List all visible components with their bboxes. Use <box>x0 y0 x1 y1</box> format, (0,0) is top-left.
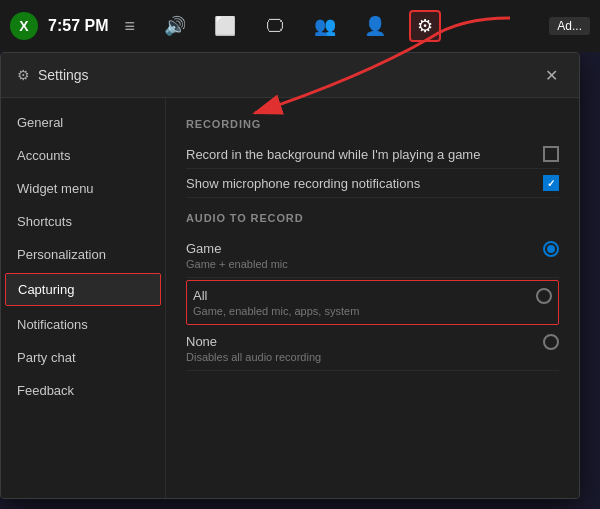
taskbar-right: Ad... <box>441 17 590 35</box>
audio-option-none-texts: None Disables all audio recording <box>186 334 321 363</box>
settings-header: ⚙ Settings ✕ <box>1 53 579 98</box>
taskbar-icons: 🔊 ⬜ 🖵 👥 👤 ⚙ <box>159 10 441 42</box>
taskbar-right-button[interactable]: Ad... <box>549 17 590 35</box>
radio-inner-game <box>547 245 555 253</box>
audio-option-game-row: Game Game + enabled mic <box>186 241 559 270</box>
audio-option-all-main: All <box>193 288 359 303</box>
capture-icon[interactable]: ⬜ <box>209 10 241 42</box>
sidebar-item-general[interactable]: General <box>1 106 165 139</box>
sidebar-item-accounts[interactable]: Accounts <box>1 139 165 172</box>
record-background-checkbox[interactable] <box>543 146 559 162</box>
taskbar-time: 7:57 PM <box>48 17 108 35</box>
record-background-row: Record in the background while I'm playi… <box>186 140 559 169</box>
display-icon[interactable]: 🖵 <box>259 10 291 42</box>
settings-sidebar: General Accounts Widget menu Shortcuts P… <box>1 98 166 498</box>
volume-icon[interactable]: 🔊 <box>159 10 191 42</box>
audio-option-none[interactable]: None Disables all audio recording <box>186 327 559 371</box>
audio-option-all[interactable]: All Game, enabled mic, apps, system <box>186 280 559 325</box>
audio-section-label: AUDIO TO RECORD <box>186 212 559 224</box>
audio-section-gap: AUDIO TO RECORD Game Game + enabled mic <box>186 212 559 371</box>
audio-option-all-sub: Game, enabled mic, apps, system <box>193 305 359 317</box>
record-background-label: Record in the background while I'm playi… <box>186 147 480 162</box>
sidebar-item-party-chat[interactable]: Party chat <box>1 341 165 374</box>
audio-option-game-texts: Game Game + enabled mic <box>186 241 288 270</box>
audio-option-game-radio[interactable] <box>543 241 559 257</box>
audio-option-game-sub: Game + enabled mic <box>186 258 288 270</box>
settings-close-button[interactable]: ✕ <box>539 63 563 87</box>
sidebar-item-feedback[interactable]: Feedback <box>1 374 165 407</box>
friends-icon[interactable]: 👥 <box>309 10 341 42</box>
recording-section-label: RECORDING <box>186 118 559 130</box>
settings-title-text: Settings <box>38 67 89 83</box>
audio-option-none-radio[interactable] <box>543 334 559 350</box>
sidebar-item-shortcuts[interactable]: Shortcuts <box>1 205 165 238</box>
audio-option-game-main: Game <box>186 241 288 256</box>
sidebar-item-personalization[interactable]: Personalization <box>1 238 165 271</box>
audio-option-none-sub: Disables all audio recording <box>186 351 321 363</box>
audio-option-all-texts: All Game, enabled mic, apps, system <box>193 288 359 317</box>
gear-settings-icon[interactable]: ⚙ <box>409 10 441 42</box>
show-mic-notifications-row: Show microphone recording notifications <box>186 169 559 198</box>
settings-title-row: ⚙ Settings <box>17 67 89 83</box>
audio-option-none-row: None Disables all audio recording <box>186 334 559 363</box>
menu-icon[interactable]: ≡ <box>124 16 135 37</box>
show-mic-notifications-label: Show microphone recording notifications <box>186 176 420 191</box>
show-mic-notifications-checkbox[interactable] <box>543 175 559 191</box>
settings-window: ⚙ Settings ✕ General Accounts Widget men… <box>0 52 580 499</box>
sidebar-item-widget-menu[interactable]: Widget menu <box>1 172 165 205</box>
profile-icon[interactable]: 👤 <box>359 10 391 42</box>
sidebar-item-notifications[interactable]: Notifications <box>1 308 165 341</box>
audio-option-all-row: All Game, enabled mic, apps, system <box>193 288 552 317</box>
audio-option-all-radio[interactable] <box>536 288 552 304</box>
audio-option-none-main: None <box>186 334 321 349</box>
audio-option-game[interactable]: Game Game + enabled mic <box>186 234 559 278</box>
sidebar-item-capturing[interactable]: Capturing <box>5 273 161 306</box>
settings-body: General Accounts Widget menu Shortcuts P… <box>1 98 579 498</box>
taskbar-left: X 7:57 PM ≡ <box>10 12 159 40</box>
settings-gear-icon: ⚙ <box>17 67 30 83</box>
xbox-logo[interactable]: X <box>10 12 38 40</box>
settings-content: RECORDING Record in the background while… <box>166 98 579 498</box>
taskbar: X 7:57 PM ≡ 🔊 ⬜ 🖵 👥 👤 ⚙ Ad... <box>0 0 600 52</box>
